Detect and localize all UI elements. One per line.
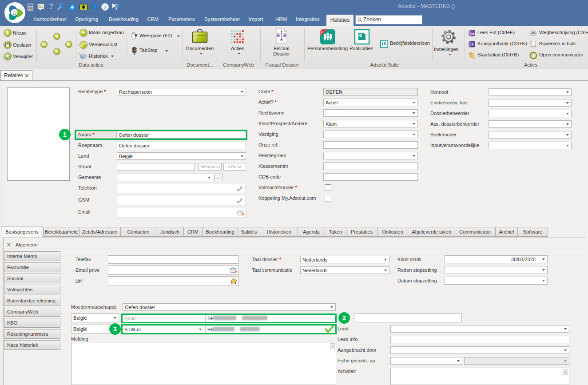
svg-text:a: a: [13, 10, 16, 16]
svg-text:be: be: [470, 32, 475, 36]
svg-text:C#: C#: [38, 4, 44, 9]
